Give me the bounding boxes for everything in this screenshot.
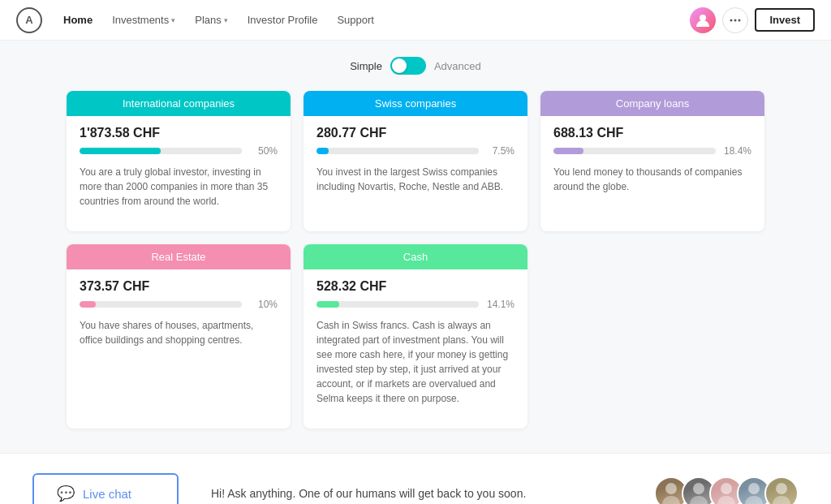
toggle-simple-label: Simple: [350, 60, 382, 72]
card-loans-body: 688.13 CHF 18.4% You lend money to thous…: [540, 116, 764, 204]
card-cash-pct: 14.1%: [485, 299, 515, 310]
card-intl-header: International companies: [67, 91, 291, 116]
card-loans-amount: 688.13 CHF: [553, 126, 751, 140]
progress-bg: [553, 148, 716, 154]
card-cash-header: Cash: [304, 244, 527, 269]
investments-arrow-icon: ▾: [171, 16, 175, 24]
card-cash: Cash 528.32 CHF 14.1% Cash in Swiss fran…: [304, 244, 527, 429]
card-swiss-header: Swiss companies: [304, 91, 527, 116]
main-content: Simple Advanced International companies …: [50, 41, 781, 429]
progress-fill: [553, 148, 583, 154]
live-chat-button[interactable]: 💬 Live chat: [32, 473, 179, 504]
card-cash-amount: 528.32 CHF: [316, 279, 515, 294]
view-toggle-row: Simple Advanced: [67, 57, 764, 75]
live-chat-label: Live chat: [83, 487, 131, 501]
card-realestate-amount: 373.57 CHF: [80, 279, 278, 294]
card-cash-progress: 14.1%: [316, 299, 515, 310]
svg-point-2: [734, 19, 737, 21]
card-realestate-body: 373.57 CHF 10% You have shares of houses…: [67, 269, 291, 357]
progress-bg: [316, 148, 479, 154]
plans-arrow-icon: ▾: [224, 16, 228, 24]
card-intl-desc: You are a truly global investor, investi…: [80, 165, 278, 209]
card-swiss-desc: You invest in the largest Swiss companie…: [316, 165, 515, 194]
logo-letter: A: [25, 14, 32, 26]
card-loans-progress: 18.4%: [553, 145, 751, 157]
svg-point-3: [738, 19, 741, 21]
svg-point-1: [730, 19, 733, 21]
card-realestate: Real Estate 373.57 CHF 10% You have shar…: [67, 244, 291, 429]
card-loans-desc: You lend money to thousands of companies…: [553, 165, 751, 194]
card-swiss-amount: 280.77 CHF: [316, 126, 515, 140]
card-intl: International companies 1'873.58 CHF 50%…: [67, 91, 291, 231]
team-avatars: [654, 476, 799, 504]
nav-investor-profile[interactable]: Investor Profile: [239, 9, 326, 31]
view-toggle-switch[interactable]: [390, 57, 426, 75]
card-realestate-header: Real Estate: [67, 244, 291, 269]
nav-links: Home Investments ▾ Plans ▾ Investor Prof…: [55, 9, 690, 31]
card-swiss-progress: 7.5%: [316, 145, 515, 157]
nav-logo[interactable]: A: [16, 7, 42, 33]
toggle-knob: [392, 58, 407, 73]
card-realestate-desc: You have shares of houses, apartments, o…: [80, 318, 278, 347]
card-swiss-body: 280.77 CHF 7.5% You invest in the larges…: [304, 116, 527, 204]
card-realestate-progress: 10%: [80, 299, 278, 310]
toggle-advanced-label: Advanced: [434, 60, 481, 72]
progress-fill: [316, 148, 329, 154]
card-loans-pct: 18.4%: [722, 145, 751, 157]
nav-actions: Invest: [690, 7, 815, 33]
card-cash-body: 528.32 CHF 14.1% Cash in Swiss francs. C…: [304, 269, 527, 416]
empty-col: [540, 244, 764, 429]
navbar: A Home Investments ▾ Plans ▾ Investor Pr…: [0, 0, 831, 41]
team-avatar-5: [764, 476, 799, 504]
nav-home[interactable]: Home: [55, 9, 101, 31]
progress-fill: [80, 301, 96, 308]
card-swiss-pct: 7.5%: [485, 145, 515, 157]
card-loans: Company loans 688.13 CHF 18.4% You lend …: [540, 91, 764, 231]
progress-fill: [316, 301, 339, 308]
card-cash-desc: Cash in Swiss francs. Cash is always an …: [316, 318, 515, 406]
invest-button[interactable]: Invest: [755, 8, 815, 32]
card-intl-pct: 50%: [248, 145, 278, 157]
menu-button[interactable]: [722, 7, 748, 33]
bottom-cards-row: Real Estate 373.57 CHF 10% You have shar…: [67, 244, 764, 429]
card-loans-header: Company loans: [540, 91, 764, 116]
card-intl-amount: 1'873.58 CHF: [80, 126, 278, 140]
nav-investments[interactable]: Investments ▾: [104, 9, 183, 31]
progress-bg: [80, 301, 242, 308]
top-cards-row: International companies 1'873.58 CHF 50%…: [67, 91, 764, 231]
card-intl-progress: 50%: [80, 145, 278, 157]
user-avatar[interactable]: [690, 7, 716, 33]
card-swiss: Swiss companies 280.77 CHF 7.5% You inve…: [304, 91, 527, 231]
progress-fill: [80, 148, 161, 154]
footer-chat: 💬 Live chat Hi! Ask anything. One of our…: [0, 453, 831, 504]
progress-bg: [80, 148, 242, 154]
progress-bg: [316, 301, 479, 308]
card-realestate-pct: 10%: [248, 299, 278, 310]
chat-icon: 💬: [57, 485, 75, 502]
svg-point-0: [700, 15, 706, 21]
card-intl-body: 1'873.58 CHF 50% You are a truly global …: [67, 116, 291, 218]
nav-plans[interactable]: Plans ▾: [187, 9, 236, 31]
footer-message: Hi! Ask anything. One of our humans will…: [211, 487, 622, 500]
nav-support[interactable]: Support: [329, 9, 382, 31]
